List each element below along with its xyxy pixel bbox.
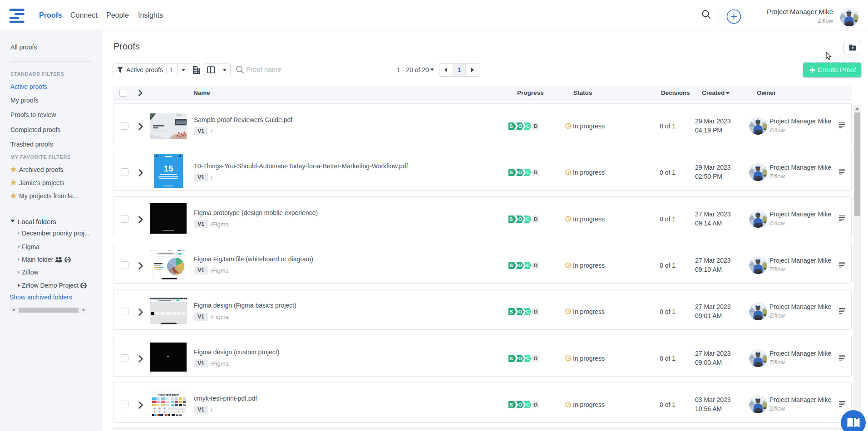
svg-text:15: 15 [163,164,173,173]
svg-text:CMYK TEST PRINT: CMYK TEST PRINT [158,394,178,397]
